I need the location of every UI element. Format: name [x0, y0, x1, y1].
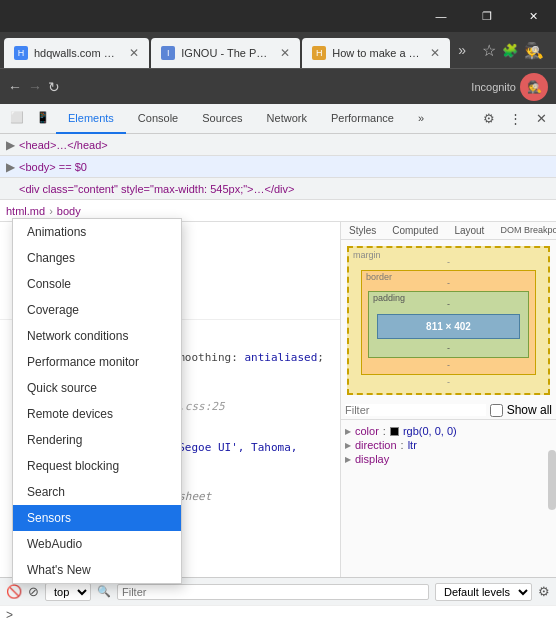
- triangle-direction[interactable]: ▶: [345, 441, 351, 450]
- menu-item-rendering[interactable]: Rendering: [13, 427, 181, 453]
- color-swatch[interactable]: [390, 427, 399, 436]
- prop-colon: :: [383, 425, 386, 437]
- devtools-tab-bar: ⬜ 📱 Elements Console Sources Network Per…: [0, 104, 556, 134]
- maximize-button[interactable]: ❐: [464, 0, 510, 32]
- menu-item-remote_devices[interactable]: Remote devices: [13, 401, 181, 427]
- elements-path-bar: ▶ <head>…</head>: [0, 134, 556, 156]
- border-box: border - padding - 811 × 402 - -: [361, 270, 536, 375]
- margin-bottom-dash: -: [359, 377, 538, 387]
- console-filter-input[interactable]: [117, 584, 429, 600]
- toolbar-row: ← → ↻ Incognito 🕵: [0, 68, 556, 104]
- tab-device[interactable]: 📱: [30, 104, 56, 134]
- menu-item-sensors[interactable]: Sensors: [13, 505, 181, 531]
- browser-action-icons: ☆ 🧩 🕵: [474, 41, 552, 60]
- tab-inspect[interactable]: ⬜: [4, 104, 30, 134]
- head-element[interactable]: <head>…</head>: [19, 139, 108, 151]
- browser-tab-3[interactable]: H How to make a bud... ✕: [302, 38, 450, 68]
- content-size: 811 × 402: [426, 321, 471, 332]
- tab-close-1[interactable]: ✕: [129, 46, 139, 60]
- browser-tab-2[interactable]: I IGNOU - The Peopl... ✕: [151, 38, 300, 68]
- show-all-checkbox[interactable]: [490, 404, 503, 417]
- close-button[interactable]: ✕: [510, 0, 556, 32]
- block-icon[interactable]: ⊘: [28, 584, 39, 599]
- reload-icon[interactable]: ↻: [48, 79, 60, 95]
- padding-dash: -: [447, 299, 450, 309]
- star-icon[interactable]: ☆: [482, 41, 496, 60]
- console-prompt-icon: >: [6, 608, 13, 622]
- back-icon[interactable]: ←: [8, 79, 22, 95]
- margin-label: margin: [353, 250, 381, 260]
- prop-name-display: display: [355, 453, 389, 465]
- menu-item-request_blocking[interactable]: Request blocking: [13, 453, 181, 479]
- menu-item-quick_source[interactable]: Quick source: [13, 375, 181, 401]
- content-box: 811 × 402: [377, 314, 520, 339]
- tab-performance[interactable]: Performance: [319, 104, 406, 134]
- menu-item-animations[interactable]: Animations: [13, 219, 181, 245]
- styles-panel: ▶ color : rgb(0, 0, 0) ▶ direction : ltr…: [341, 420, 556, 470]
- prop-val-direction: ltr: [408, 439, 417, 451]
- subtab-computed[interactable]: Computed: [384, 222, 446, 239]
- menu-item-search[interactable]: Search: [13, 479, 181, 505]
- filter-input[interactable]: [345, 404, 486, 416]
- tab-favicon-2: I: [161, 46, 175, 60]
- tab-close-2[interactable]: ✕: [280, 46, 290, 60]
- console-prompt-bar: >: [0, 605, 556, 624]
- menu-item-coverage[interactable]: Coverage: [13, 297, 181, 323]
- arrow-icon[interactable]: ▶: [6, 138, 15, 152]
- triangle-display[interactable]: ▶: [345, 455, 351, 464]
- incognito-avatar: 🕵: [520, 73, 548, 101]
- menu-item-network_conditions[interactable]: Network conditions: [13, 323, 181, 349]
- browser-tab-bar: H hdqwalls.com Best... ✕ I IGNOU - The P…: [0, 32, 556, 68]
- prop-colon-2: :: [401, 439, 404, 451]
- border-bottom-dash: -: [366, 360, 531, 370]
- subtab-layout[interactable]: Layout: [446, 222, 492, 239]
- body-element[interactable]: <body> == $0: [19, 161, 87, 173]
- triangle-color[interactable]: ▶: [345, 427, 351, 436]
- style-prop-color: ▶ color : rgb(0, 0, 0): [345, 424, 552, 438]
- browser-tab-1[interactable]: H hdqwalls.com Best... ✕: [4, 38, 149, 68]
- levels-select[interactable]: Default levels: [435, 583, 532, 601]
- prop-name-color: color: [355, 425, 379, 437]
- context-select[interactable]: top: [45, 583, 91, 601]
- right-scrollbar[interactable]: [548, 450, 556, 510]
- subtab-dom[interactable]: DOM Breakpoints: [492, 222, 556, 239]
- padding-label: padding: [373, 293, 405, 303]
- tab-network[interactable]: Network: [255, 104, 319, 134]
- menu-item-whats_new[interactable]: What's New: [13, 557, 181, 583]
- right-panel: Styles Computed Layout DOM Breakpoints P…: [341, 222, 556, 577]
- padding-bottom-dash: -: [373, 343, 524, 353]
- devtools-toolbar-icons: ⚙ ⋮ ✕: [478, 108, 552, 130]
- minimize-button[interactable]: —: [418, 0, 464, 32]
- incognito-icon: 🕵: [524, 41, 544, 60]
- clear-icon[interactable]: 🚫: [6, 584, 22, 599]
- tab-more[interactable]: »: [406, 104, 436, 134]
- tab-console[interactable]: Console: [126, 104, 190, 134]
- margin-box: margin - border - padding - 811 × 402: [347, 246, 550, 395]
- div-element[interactable]: <div class="content" style="max-width: 5…: [19, 183, 294, 195]
- tab-elements[interactable]: Elements: [56, 104, 126, 134]
- extension-icon[interactable]: 🧩: [502, 43, 518, 58]
- vertical-dots-icon[interactable]: ⋮: [504, 108, 526, 130]
- show-all-label: Show all: [507, 403, 552, 417]
- forward-icon[interactable]: →: [28, 79, 42, 95]
- subtab-styles[interactable]: Styles: [341, 222, 384, 239]
- devtools-close-icon[interactable]: ✕: [530, 108, 552, 130]
- menu-item-console[interactable]: Console: [13, 271, 181, 297]
- padding-box: padding - 811 × 402 -: [368, 291, 529, 358]
- settings-icon[interactable]: ⚙: [478, 108, 500, 130]
- menu-item-webaudio[interactable]: WebAudio: [13, 531, 181, 557]
- breadcrumb-file[interactable]: html.md: [6, 205, 45, 217]
- console-settings-icon[interactable]: ⚙: [538, 584, 550, 599]
- breadcrumb-sep: ›: [49, 205, 53, 217]
- elements-path-bar-2: ▶ <body> == $0: [0, 156, 556, 178]
- menu-item-changes[interactable]: Changes: [13, 245, 181, 271]
- arrow-icon-2[interactable]: ▶: [6, 160, 15, 174]
- more-tabs-button[interactable]: »: [452, 42, 472, 58]
- tab-sources[interactable]: Sources: [190, 104, 254, 134]
- tab-label-1: hdqwalls.com Best...: [34, 47, 119, 59]
- tab-close-3[interactable]: ✕: [430, 46, 440, 60]
- menu-item-performance_monitor[interactable]: Performance monitor: [13, 349, 181, 375]
- breadcrumb-tag[interactable]: body: [57, 205, 81, 217]
- style-prop-display: ▶ display: [345, 452, 552, 466]
- incognito-badge: Incognito 🕵: [471, 73, 548, 101]
